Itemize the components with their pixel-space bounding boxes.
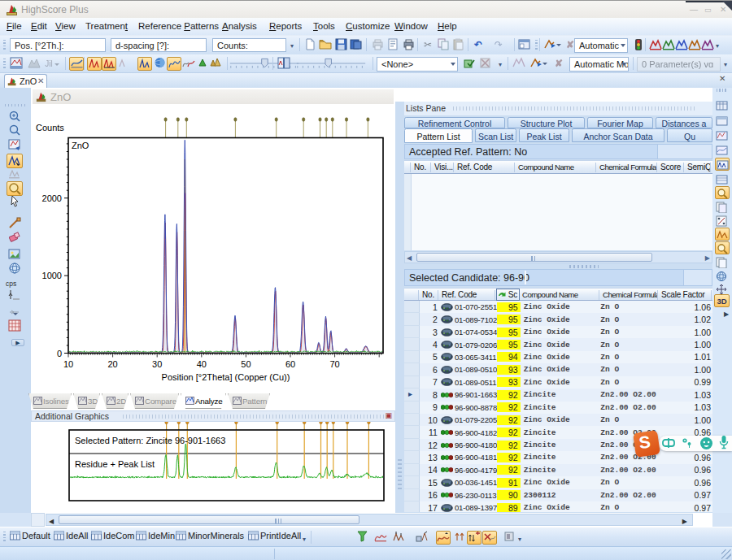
svg-text:Position [°2Theta] (Copper (Cu: Position [°2Theta] (Copper (Cu)) [162, 372, 290, 382]
svg-text:70: 70 [329, 359, 339, 369]
svg-text:1000: 1000 [42, 271, 62, 280]
svg-text:20: 20 [107, 359, 117, 369]
svg-text:60: 60 [285, 359, 295, 369]
svg-text:0: 0 [57, 349, 62, 358]
svg-text:2000: 2000 [42, 193, 62, 203]
svg-text:50: 50 [241, 359, 251, 369]
svg-text:40: 40 [197, 359, 207, 369]
svg-text:Residue + Peak List: Residue + Peak List [75, 459, 155, 469]
svg-text:ZnO: ZnO [72, 141, 89, 150]
svg-text:30: 30 [152, 359, 162, 369]
svg-text:Counts: Counts [36, 123, 64, 132]
svg-text:10: 10 [63, 359, 73, 369]
svg-text:Selected Pattern: Zincite 96-: Selected Pattern: Zincite 96-901-1663 [75, 436, 225, 445]
